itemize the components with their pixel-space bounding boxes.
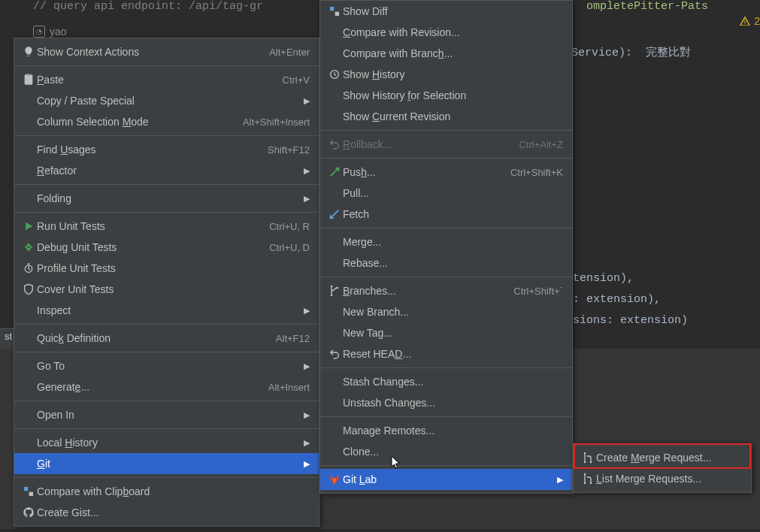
label: Rollback... <box>343 138 501 150</box>
rebase[interactable]: Rebase... <box>320 252 572 274</box>
push[interactable]: Push... Ctrl+Shift+K <box>320 162 572 183</box>
submenu-arrow-icon: ▶ <box>304 459 310 469</box>
folding[interactable]: Folding ▶ <box>14 188 319 209</box>
menu-separator <box>320 277 572 277</box>
merge[interactable]: Merge... <box>320 231 572 252</box>
submenu-arrow-icon: ▶ <box>304 361 310 371</box>
label: Inspect <box>37 304 290 316</box>
git-submenu[interactable]: Git ▶ <box>14 453 319 474</box>
label: Compare with Clipboard <box>37 485 310 497</box>
label: New Branch... <box>343 306 563 318</box>
shortcut: Ctrl+V <box>283 74 310 86</box>
svg-point-8 <box>584 473 586 476</box>
shortcut: Ctrl+U, D <box>269 242 310 253</box>
menu-separator <box>320 228 572 228</box>
code-line: sions: extension) <box>573 314 688 327</box>
compare-with-clipboard[interactable]: Compare with Clipboard <box>14 481 319 502</box>
label: Pull... <box>343 187 563 199</box>
show-context-actions[interactable]: Show Context Actions Alt+Enter <box>14 41 319 62</box>
clone[interactable]: Clone... <box>320 441 572 462</box>
label: Generate... <box>37 381 250 393</box>
gitlab-submenu[interactable]: Git Lab ▶ <box>320 469 572 490</box>
label: List Merge Requests... <box>596 473 742 485</box>
label: Refactor <box>37 165 290 177</box>
quick-definition[interactable]: Quick Definition Alt+F12 <box>14 328 319 349</box>
label: Clone... <box>343 446 563 458</box>
pull[interactable]: Pull... <box>320 183 572 204</box>
unstash-changes[interactable]: Unstash Changes... <box>320 392 572 413</box>
menu-separator <box>320 416 572 417</box>
label: Show History <box>343 68 563 80</box>
label: Compare with Branch... <box>343 47 563 59</box>
shortcut: Alt+F12 <box>276 333 310 344</box>
label: Branches... <box>343 285 495 297</box>
rollback[interactable]: Rollback... Ctrl+Alt+Z <box>320 134 572 155</box>
debug-unit-tests[interactable]: Debug Unit Tests Ctrl+U, D <box>14 237 319 258</box>
reset-head[interactable]: Reset HEAD... <box>320 343 572 364</box>
generate[interactable]: Generate... Alt+Insert <box>14 376 319 397</box>
copy-paste-special[interactable]: Copy / Paste Special ▶ <box>14 90 319 111</box>
gitlab-menu: Create Merge Request... List Merge Reque… <box>573 443 752 493</box>
manage-remotes[interactable]: Manage Remotes... <box>320 420 572 441</box>
label: Show History for Selection <box>343 89 563 101</box>
cover-unit-tests[interactable]: Cover Unit Tests <box>14 279 319 300</box>
inspect[interactable]: Inspect ▶ <box>14 300 319 321</box>
local-history[interactable]: Local History ▶ <box>14 432 319 453</box>
shortcut: Ctrl+U, R <box>269 221 310 232</box>
column-selection-mode[interactable]: Column Selection Mode Alt+Shift+Insert <box>14 111 319 132</box>
go-to[interactable]: Go To ▶ <box>14 355 319 376</box>
label: Go To <box>37 360 290 372</box>
label: Column Selection Mode <box>37 116 225 128</box>
menu-separator <box>14 324 319 325</box>
label: Unstash Changes... <box>343 397 563 409</box>
label: Rebase... <box>343 257 563 269</box>
label: Merge... <box>343 236 563 248</box>
create-gist[interactable]: Create Gist... <box>14 502 319 523</box>
label: Paste <box>37 74 265 86</box>
show-history-for-selection[interactable]: Show History for Selection <box>320 85 572 106</box>
bug-icon <box>20 241 37 253</box>
open-in[interactable]: Open In ▶ <box>14 404 319 425</box>
label: Create Merge Request... <box>596 452 742 464</box>
compare-with-branch[interactable]: Compare with Branch... <box>320 43 572 64</box>
show-current-revision[interactable]: Show Current Revision <box>320 106 572 127</box>
show-diff[interactable]: Show Diff <box>320 1 572 22</box>
show-history[interactable]: Show History <box>320 64 572 85</box>
paste[interactable]: Paste Ctrl+V <box>14 69 319 90</box>
create-merge-request[interactable]: Create Merge Request... <box>574 447 751 468</box>
run-unit-tests[interactable]: Run Unit Tests Ctrl+U, R <box>14 216 319 237</box>
code-line: tension), <box>573 272 634 285</box>
label: Show Diff <box>343 5 563 17</box>
find-usages[interactable]: Find Usages Shift+F12 <box>14 139 319 160</box>
submenu-arrow-icon: ▶ <box>304 194 310 204</box>
shortcut: Alt+Enter <box>269 47 310 58</box>
svg-point-9 <box>584 482 586 485</box>
compare-with-revision[interactable]: Compare with Revision... <box>320 22 572 43</box>
git-menu: Show Diff Compare with Revision... Compa… <box>319 0 573 494</box>
bulb-icon <box>20 46 37 58</box>
profile-unit-tests[interactable]: Profile Unit Tests <box>14 258 319 279</box>
shortcut: Alt+Insert <box>268 382 310 393</box>
menu-separator <box>14 212 319 213</box>
stash-changes[interactable]: Stash Changes... <box>320 371 572 392</box>
clipboard-icon <box>20 74 37 86</box>
warning-count: 2 <box>754 15 760 27</box>
refactor[interactable]: Refactor ▶ <box>14 160 319 181</box>
menu-separator <box>14 135 319 136</box>
label: Cover Unit Tests <box>37 283 310 295</box>
shortcut: Ctrl+Alt+Z <box>519 139 563 150</box>
undo-icon <box>326 138 343 150</box>
new-tag[interactable]: New Tag... <box>320 322 572 343</box>
new-branch[interactable]: New Branch... <box>320 301 572 322</box>
code-type: ompletePitter-Pats <box>586 0 708 13</box>
svg-point-4 <box>337 287 339 289</box>
list-merge-requests[interactable]: List Merge Requests... <box>574 468 751 489</box>
label: Find Usages <box>37 144 250 156</box>
label: Show Current Revision <box>343 110 563 122</box>
fetch[interactable]: Fetch <box>320 204 572 225</box>
branches[interactable]: Branches... Ctrl+Shift+` <box>320 280 572 301</box>
branch-icon <box>326 285 343 297</box>
menu-separator <box>14 401 319 401</box>
person-icon: ◔ <box>33 26 45 38</box>
warning-indicator[interactable]: 2 <box>739 15 760 27</box>
